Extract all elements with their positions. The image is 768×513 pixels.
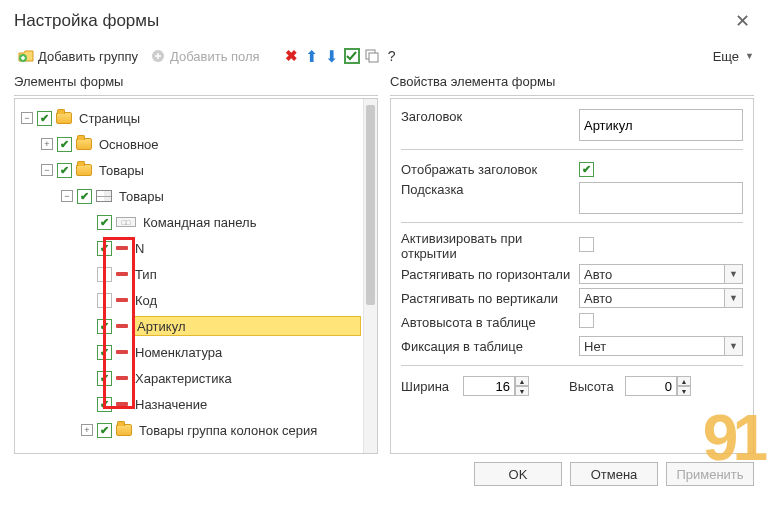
- prop-activate-label: Активизировать при открытии: [401, 231, 579, 261]
- tree-row-purpose[interactable]: Назначение: [17, 391, 361, 417]
- tree-label: Назначение: [132, 396, 210, 413]
- prop-autoheight-checkbox[interactable]: [579, 313, 594, 328]
- checkbox[interactable]: [97, 423, 112, 438]
- prop-stretch-v-value: Авто: [579, 288, 725, 308]
- collapse-icon[interactable]: −: [21, 112, 33, 124]
- tree-label: Командная панель: [140, 214, 259, 231]
- prop-height-label: Высота: [569, 379, 625, 394]
- expand-icon[interactable]: +: [41, 138, 53, 150]
- tree-label: Товары группа колонок серия: [136, 422, 320, 439]
- prop-stretch-h-label: Растягивать по горизонтали: [401, 267, 579, 282]
- copy-icon[interactable]: [364, 48, 380, 64]
- more-label: Еще: [713, 49, 739, 64]
- tree-row-cmd[interactable]: □□Командная панель: [17, 209, 361, 235]
- tree-label: Основное: [96, 136, 162, 153]
- spin-down-icon[interactable]: ▼: [515, 386, 529, 396]
- folder-icon: [76, 164, 92, 176]
- folder-add-icon: [18, 48, 34, 64]
- tree-row-main[interactable]: +Основное: [17, 131, 361, 157]
- delete-icon[interactable]: ✖: [284, 48, 300, 64]
- spin-up-icon[interactable]: ▲: [677, 376, 691, 386]
- dropdown-icon[interactable]: ▼: [725, 264, 743, 284]
- svg-rect-4: [369, 53, 378, 62]
- checkbox[interactable]: [97, 345, 112, 360]
- field-icon: [116, 246, 128, 250]
- prop-activate-checkbox[interactable]: [579, 237, 594, 252]
- tree-row-type[interactable]: Тип: [17, 261, 361, 287]
- cancel-button[interactable]: Отмена: [570, 462, 658, 486]
- field-icon: [116, 324, 128, 328]
- form-elements-tree[interactable]: −Страницы +Основное −Товары −Товары □□Ко…: [15, 99, 363, 453]
- prop-stretch-v-label: Растягивать по вертикали: [401, 291, 579, 306]
- checkbox[interactable]: [37, 111, 52, 126]
- checkbox[interactable]: [97, 267, 112, 282]
- prop-width-input[interactable]: [463, 376, 515, 396]
- add-fields-label: Добавить поля: [170, 49, 260, 64]
- tree-label: Товары: [96, 162, 147, 179]
- tree-row-n[interactable]: N: [17, 235, 361, 261]
- prop-fixation-value: Нет: [579, 336, 725, 356]
- checkbox[interactable]: [57, 163, 72, 178]
- tree-label: Страницы: [76, 110, 143, 127]
- checkbox[interactable]: [97, 319, 112, 334]
- checkbox[interactable]: [97, 371, 112, 386]
- checkbox[interactable]: [57, 137, 72, 152]
- folder-icon: [116, 424, 132, 436]
- collapse-icon[interactable]: −: [41, 164, 53, 176]
- help-icon[interactable]: ?: [384, 48, 400, 64]
- tree-label: Артикул: [132, 316, 361, 336]
- prop-hint-label: Подсказка: [401, 182, 579, 197]
- move-down-icon[interactable]: ⬇: [324, 48, 340, 64]
- move-up-icon[interactable]: ⬆: [304, 48, 320, 64]
- spin-down-icon[interactable]: ▼: [677, 386, 691, 396]
- scroll-thumb[interactable]: [366, 105, 375, 305]
- close-icon[interactable]: ✕: [731, 10, 754, 32]
- check-all-icon[interactable]: [344, 48, 360, 64]
- prop-show-caption-label: Отображать заголовок: [401, 162, 579, 177]
- apply-button[interactable]: Применить: [666, 462, 754, 486]
- more-button[interactable]: Еще ▼: [713, 49, 754, 64]
- folder-icon: [56, 112, 72, 124]
- checkbox[interactable]: [97, 397, 112, 412]
- expand-icon[interactable]: +: [81, 424, 93, 436]
- checkbox[interactable]: [97, 215, 112, 230]
- prop-height-input[interactable]: [625, 376, 677, 396]
- collapse-icon[interactable]: −: [61, 190, 73, 202]
- prop-caption-input[interactable]: [579, 109, 743, 141]
- tree-row-pages[interactable]: −Страницы: [17, 105, 361, 131]
- add-group-button[interactable]: Добавить группу: [14, 46, 142, 66]
- dropdown-icon[interactable]: ▼: [725, 288, 743, 308]
- plus-circle-icon: [150, 48, 166, 64]
- checkbox[interactable]: [97, 293, 112, 308]
- checkbox[interactable]: [97, 241, 112, 256]
- table-icon: [96, 190, 112, 202]
- prop-show-caption-checkbox[interactable]: [579, 162, 594, 177]
- tree-row-group-cols[interactable]: +Товары группа колонок серия: [17, 417, 361, 443]
- left-pane-title: Элементы формы: [14, 74, 378, 96]
- window-title: Настройка формы: [14, 11, 159, 31]
- tree-row-code[interactable]: Код: [17, 287, 361, 313]
- prop-width-label: Ширина: [401, 379, 463, 394]
- tree-row-goods-table[interactable]: −Товары: [17, 183, 361, 209]
- tree-row-goods[interactable]: −Товары: [17, 157, 361, 183]
- add-fields-button[interactable]: Добавить поля: [146, 46, 264, 66]
- field-icon: [116, 402, 128, 406]
- tree-label: N: [132, 240, 147, 257]
- tree-label: Код: [132, 292, 160, 309]
- tree-label: Товары: [116, 188, 167, 205]
- folder-icon: [76, 138, 92, 150]
- checkbox[interactable]: [77, 189, 92, 204]
- prop-hint-input[interactable]: [579, 182, 743, 214]
- tree-scrollbar[interactable]: [363, 99, 377, 453]
- field-icon: [116, 376, 128, 380]
- tree-row-char[interactable]: Характеристика: [17, 365, 361, 391]
- dropdown-icon[interactable]: ▼: [725, 336, 743, 356]
- prop-fixation-label: Фиксация в таблице: [401, 339, 579, 354]
- chevron-down-icon: ▼: [745, 51, 754, 61]
- tree-row-nom[interactable]: Номенклатура: [17, 339, 361, 365]
- spin-up-icon[interactable]: ▲: [515, 376, 529, 386]
- tree-label: Тип: [132, 266, 160, 283]
- ok-button[interactable]: OK: [474, 462, 562, 486]
- right-pane-title: Свойства элемента формы: [390, 74, 754, 96]
- tree-row-art[interactable]: Артикул: [17, 313, 361, 339]
